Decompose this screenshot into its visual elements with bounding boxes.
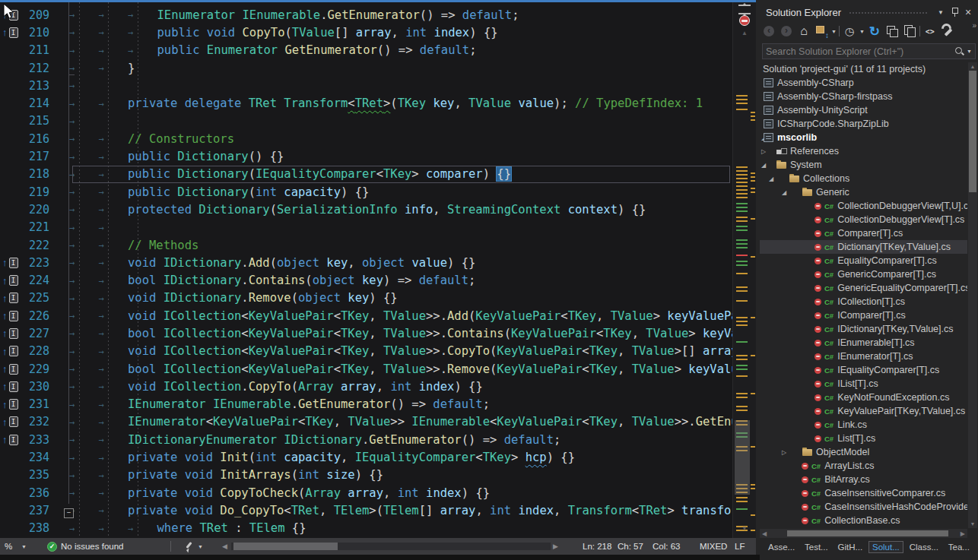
zoom-dropdown-icon[interactable]: ▼ [21,538,27,555]
code-text[interactable]: →→void IDictionary.Add(object key, objec… [59,256,732,270]
status-field[interactable]: Ln: 218 [583,538,611,555]
code-text[interactable]: →→private void InitArrays(int size) {} [59,468,732,482]
code-text[interactable]: →→private void Do_CopyTo<TRet, TElem>(TE… [59,504,732,517]
expander-closed-icon[interactable]: ▷ [780,449,788,456]
tree-item[interactable]: C#CollectionDebuggerView[T,U].cs [760,199,967,213]
implements-indicator-icon[interactable]: ↑I [0,27,23,38]
tree-item[interactable]: C#ArrayList.cs [760,459,967,473]
scroll-up-arrow-icon[interactable]: ▲ [733,30,756,36]
pending-changes-filter-button[interactable] [842,24,857,39]
line-number[interactable]: 218 [23,167,59,181]
code-text[interactable]: →→void IDictionary.Remove(object key) {} [59,291,732,305]
line-number[interactable]: 216 [23,132,59,146]
code-line[interactable]: 215→ [0,112,732,130]
expander-open-icon[interactable]: ◢ [760,162,767,169]
line-number[interactable]: 228 [23,344,59,358]
line-number[interactable]: 232 [23,415,59,429]
tree-item[interactable]: C#List[T].cs [760,432,967,445]
tree-item[interactable]: ▷ObjectModel [760,445,967,459]
scroll-right-arrow-icon[interactable]: ▶ [961,530,965,537]
code-text[interactable]: →→void ICollection<KeyValuePair<TKey, TV… [59,309,732,323]
splitter-handle-icon[interactable] [738,5,751,14]
code-text[interactable]: →→} [59,62,732,75]
tree-item[interactable]: C#CaseInsensitiveComparer.cs [760,486,967,500]
tree-item[interactable]: ◢Generic [760,185,967,199]
code-line[interactable]: 214→→private delegate TRet Transform<TRe… [0,94,732,112]
switch-views-dropdown-icon[interactable]: ▼ [831,29,837,34]
code-line[interactable]: 217→→public Dictionary() {} [0,147,732,165]
line-number[interactable]: 223 [23,256,59,270]
line-number[interactable]: 221 [23,220,59,234]
fold-collapse-button[interactable]: − [64,508,74,518]
scrollbar-thumb[interactable] [969,71,976,192]
tree-item[interactable]: C#Link.cs [760,418,967,432]
line-number[interactable]: 237 [23,504,59,517]
hscrollbar-thumb[interactable] [233,543,338,550]
code-line[interactable]: ↑I233→→IDictionaryEnumerator IDictionary… [0,431,732,448]
code-line[interactable]: 211→→→public Enumerator GetEnumerator() … [0,42,732,59]
scrollbar-thumb[interactable] [735,420,750,495]
tree-horizontal-scrollbar[interactable]: ◀ ▶ [760,529,967,538]
hscroll-left-arrow-icon[interactable]: ◀ [222,538,227,555]
search-dropdown-icon[interactable]: ▼ [967,49,972,54]
tree-item[interactable]: C#IEnumerator[T].cs [760,350,967,363]
implements-indicator-icon[interactable]: ↑I [0,346,23,356]
implements-indicator-icon[interactable]: ↑I [0,275,23,286]
code-line[interactable]: 222→→// Methods [0,236,732,254]
title-drag-texture[interactable] [849,11,928,15]
code-line[interactable]: 236→→private void CopyToCheck(Array arra… [0,484,732,501]
search-box[interactable]: Search Solution Explorer (Ctrl+") ▼ [762,43,976,59]
implements-indicator-icon[interactable]: ↑I [0,381,23,392]
document-health-badge-icon[interactable] [739,15,750,26]
implements-indicator-icon[interactable]: ↑I [0,258,23,268]
scroll-up-arrow-icon[interactable]: ▲ [968,64,977,69]
code-line[interactable]: 220→→protected Dictionary(SerializationI… [0,201,732,218]
code-line[interactable]: ↑I229→→bool ICollection<KeyValuePair<TKe… [0,360,732,378]
tree-item[interactable]: C#GenericComparer[T].cs [760,267,967,281]
code-text[interactable]: →→→public Enumerator GetEnumerator() => … [59,43,732,57]
panel-tab-test[interactable]: Test... [801,541,832,553]
hscrollbar-thumb[interactable] [787,530,948,536]
code-text[interactable]: →→IDictionaryEnumerator IDictionary.GetE… [59,433,732,447]
code-line[interactable]: 213→ [0,77,732,94]
scroll-left-arrow-icon[interactable]: ◀ [762,530,767,537]
health-status-text[interactable]: No issues found [61,538,123,555]
code-line[interactable]: 235→→private void InitArrays(int size) {… [0,467,732,484]
editor-horizontal-scrollbar[interactable] [231,543,551,550]
line-number[interactable]: 231 [23,397,59,411]
tree-item[interactable]: C#IEnumerable[T].cs [760,336,967,350]
tree-item[interactable]: Assembly-CSharp [760,76,967,90]
line-number[interactable]: 214 [23,96,59,110]
filter-dropdown-icon[interactable]: ▼ [859,29,865,34]
tree-item[interactable]: C#GenericEqualityComparer[T].cs [760,281,967,295]
code-text[interactable]: →→public Dictionary() {} [59,150,732,163]
code-text[interactable]: →→IEnumerator<KeyValuePair<TKey, TValue>… [59,415,732,429]
code-line[interactable]: ↑I223→→void IDictionary.Add(object key, … [0,254,732,271]
code-editor[interactable]: ↑I209→→→IEnumerator IEnumerable.GetEnume… [0,2,732,538]
code-text[interactable]: →→→IEnumerator IEnumerable.GetEnumerator… [59,8,732,22]
tree-item[interactable]: C#CaseInsensitiveHashCodeProvider.cs [760,500,967,514]
editor-vertical-scrollbar[interactable]: ▲ ▼ [732,2,756,538]
status-field[interactable]: Ch: 57 [618,538,643,555]
code-line[interactable]: ↑I227→→bool ICollection<KeyValuePair<TKe… [0,324,732,342]
zoom-control[interactable]: % [5,538,12,555]
pin-icon[interactable] [948,6,961,18]
panel-tab-gith[interactable]: GitH... [834,541,867,553]
code-text[interactable]: → [59,79,732,93]
code-text[interactable]: →→// Methods [59,239,732,252]
implements-indicator-icon[interactable]: ↑I [0,293,23,303]
code-text[interactable]: →→void ICollection<KeyValuePair<TKey, TV… [59,344,732,358]
code-line[interactable]: 238→→→where TRet : TElem {} [0,520,732,537]
format-brush-icon[interactable] [183,538,194,555]
tree-item[interactable]: ICSharpCode.SharpZipLib [760,117,967,131]
expander-closed-icon[interactable]: ▷ [760,148,767,155]
line-number[interactable]: 219 [23,185,59,199]
code-line[interactable]: 218→→public Dictionary(IEqualityComparer… [0,166,732,183]
code-text[interactable]: →→private void Init(int capacity, IEqual… [59,451,732,464]
tree-item[interactable]: C#KeyValuePair[TKey,TValue].cs [760,404,967,418]
implements-indicator-icon[interactable]: ↑I [0,364,23,375]
tree-item[interactable]: C#KeyNotFoundException.cs [760,391,967,404]
tree-item[interactable]: ▷References [760,144,967,158]
tree-item[interactable]: Assembly-UnityScript [760,103,967,117]
implements-indicator-icon[interactable]: ↑I [0,435,23,445]
